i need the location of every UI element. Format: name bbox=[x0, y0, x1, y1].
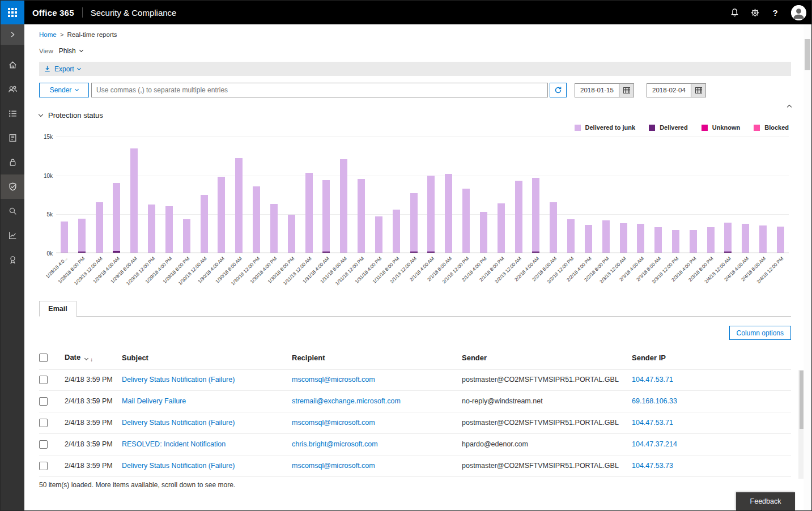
bar-2[interactable]: 1/29/18 12:00 AM bbox=[96, 137, 103, 253]
table-row[interactable]: 2/4/18 3:59 PM Delivery Status Notificat… bbox=[39, 412, 791, 433]
bar-14[interactable]: 1/31/18 12:00 AM bbox=[305, 137, 313, 253]
end-date-input[interactable] bbox=[647, 83, 691, 97]
bar-6[interactable]: 1/29/18 4:00 PM bbox=[165, 137, 173, 253]
sidebar-item-data-loss-prevention[interactable] bbox=[1, 150, 24, 174]
column-header-sender-ip[interactable]: Sender IP bbox=[632, 347, 791, 369]
recipient-link[interactable]: mscomsql@microsoft.com bbox=[292, 419, 375, 427]
bar-8[interactable]: 1/30/18 12:00 AM bbox=[201, 137, 208, 253]
recipient-link[interactable]: chris.bright@microsoft.com bbox=[292, 440, 378, 448]
start-date-calendar-button[interactable] bbox=[619, 83, 634, 97]
sidebar-item-threat-management[interactable] bbox=[1, 174, 24, 199]
table-row[interactable]: 2/4/18 3:59 PM Delivery Status Notificat… bbox=[39, 455, 791, 476]
bar-5[interactable]: 1/29/18 12:00 PM bbox=[148, 137, 155, 253]
bar-23[interactable]: 2/1/18 12:00 PM bbox=[462, 137, 470, 253]
bar-30[interactable]: 2/2/18 4:00 PM bbox=[585, 137, 592, 253]
sidebar-item-classifications[interactable] bbox=[1, 101, 24, 126]
sender-ip-link[interactable]: 69.168.106.33 bbox=[632, 397, 677, 405]
notifications-button[interactable] bbox=[724, 1, 745, 24]
bar-12[interactable]: 1/30/18 4:00 PM bbox=[270, 137, 278, 253]
subject-link[interactable]: Mail Delivery Failure bbox=[122, 397, 186, 405]
recipient-link[interactable]: mscomsql@microsoft.com bbox=[292, 462, 375, 470]
sidebar-expand-button[interactable] bbox=[1, 24, 24, 45]
bar-29[interactable]: 2/2/18 12:00 PM bbox=[567, 137, 575, 253]
end-date-calendar-button[interactable] bbox=[691, 83, 706, 97]
sidebar-item-search-investigation[interactable] bbox=[1, 199, 24, 223]
bar-13[interactable]: 1/30/18 8:00 PM bbox=[288, 137, 295, 253]
row-checkbox[interactable] bbox=[39, 462, 48, 470]
bar-36[interactable]: 2/3/18 4:00 PM bbox=[690, 137, 697, 253]
bar-15[interactable]: 1/31/18 4:00 AM bbox=[322, 137, 330, 253]
bar-3[interactable]: 1/29/18 4:00 AM bbox=[113, 137, 120, 253]
subject-link[interactable]: Delivery Status Notification (Failure) bbox=[122, 462, 235, 470]
bar-27[interactable]: 2/2/18 4:00 AM bbox=[532, 137, 539, 253]
settings-button[interactable] bbox=[745, 1, 765, 24]
column-header-date[interactable]: Date↓ bbox=[65, 347, 122, 369]
bar-35[interactable]: 2/3/18 12:00 PM bbox=[672, 137, 679, 253]
column-header-recipient[interactable]: Recipient bbox=[292, 347, 462, 369]
bar-19[interactable]: 1/31/18 8:00 PM bbox=[393, 137, 400, 253]
bar-16[interactable]: 1/31/18 8:00 AM bbox=[340, 137, 347, 253]
recipient-link[interactable]: mscomsql@microsoft.com bbox=[292, 376, 375, 384]
bar-17[interactable]: 1/31/18 12:00 PM bbox=[358, 137, 365, 253]
bar-32[interactable]: 2/3/18 12:00 AM bbox=[620, 137, 627, 253]
bar-0[interactable]: 1/28/18 4:0... bbox=[61, 137, 68, 253]
select-all-checkbox[interactable] bbox=[39, 354, 48, 362]
sender-ip-link[interactable]: 104.47.53.71 bbox=[632, 419, 673, 427]
subject-link[interactable]: RESOLVED: Incident Notification bbox=[122, 440, 226, 448]
bar-18[interactable]: 1/31/18 4:00 PM bbox=[375, 137, 382, 253]
bar-20[interactable]: 2/1/18 12:00 AM bbox=[410, 137, 418, 253]
column-header-subject[interactable]: Subject bbox=[122, 347, 292, 369]
column-header-sender[interactable]: Sender bbox=[462, 347, 632, 369]
bar-33[interactable]: 2/3/18 4:00 AM bbox=[637, 137, 644, 253]
bar-9[interactable]: 1/30/18 4:00 AM bbox=[218, 137, 225, 253]
recipient-link[interactable]: stremail@exchange.microsoft.com bbox=[292, 397, 401, 405]
tab-email[interactable]: Email bbox=[39, 301, 76, 317]
sidebar-item-data-governance[interactable] bbox=[1, 126, 24, 150]
filter-value-input[interactable] bbox=[91, 83, 548, 97]
row-checkbox[interactable] bbox=[39, 397, 48, 406]
bar-31[interactable]: 2/2/18 8:00 PM bbox=[602, 137, 610, 253]
bar-39[interactable]: 2/4/18 4:00 AM bbox=[742, 137, 749, 253]
bar-10[interactable]: 1/30/18 8:00 AM bbox=[235, 137, 243, 253]
section-title[interactable]: Protection status bbox=[48, 111, 103, 120]
column-options-button[interactable]: Column options bbox=[729, 326, 791, 340]
view-dropdown[interactable]: Phish bbox=[59, 47, 83, 55]
help-button[interactable]: ? bbox=[765, 1, 785, 24]
sidebar-item-home[interactable] bbox=[1, 53, 24, 77]
row-checkbox[interactable] bbox=[39, 376, 48, 384]
subject-link[interactable]: Delivery Status Notification (Failure) bbox=[122, 419, 235, 427]
row-checkbox[interactable] bbox=[39, 419, 48, 427]
app-launcher-button[interactable] bbox=[1, 1, 24, 24]
bar-4[interactable]: 1/29/18 8:00 AM bbox=[130, 137, 138, 253]
table-row[interactable]: 2/4/18 3:59 PM Delivery Status Notificat… bbox=[39, 369, 791, 390]
bar-11[interactable]: 1/30/18 12:00 PM bbox=[253, 137, 260, 253]
feedback-button[interactable]: Feedback bbox=[736, 492, 795, 510]
bar-1[interactable]: 1/28/18 8:00 PM bbox=[78, 137, 86, 253]
table-row[interactable]: 2/4/18 3:59 PM Mail Delivery Failure str… bbox=[39, 390, 791, 412]
refresh-button[interactable] bbox=[550, 83, 567, 97]
filter-field-dropdown[interactable]: Sender bbox=[39, 83, 89, 97]
page-scrollbar-thumb[interactable] bbox=[805, 39, 810, 70]
row-checkbox[interactable] bbox=[39, 440, 48, 449]
export-button[interactable]: Export bbox=[44, 65, 80, 73]
bar-21[interactable]: 2/1/18 4:00 AM bbox=[427, 137, 435, 253]
collapse-section-button[interactable] bbox=[788, 102, 791, 110]
bar-22[interactable]: 2/1/18 8:00 AM bbox=[445, 137, 452, 253]
sender-ip-link[interactable]: 104.47.53.73 bbox=[632, 462, 673, 470]
bar-25[interactable]: 2/1/18 8:00 PM bbox=[498, 137, 505, 253]
brand-title[interactable]: Office 365 bbox=[32, 8, 74, 18]
bar-28[interactable]: 2/2/18 8:00 AM bbox=[550, 137, 557, 253]
bar-37[interactable]: 2/3/18 8:00 PM bbox=[707, 137, 715, 253]
bar-40[interactable]: 2/4/18 8:00 AM bbox=[759, 137, 767, 253]
bar-7[interactable]: 1/29/18 8:00 PM bbox=[183, 137, 190, 253]
sender-ip-link[interactable]: 104.47.37.214 bbox=[632, 440, 677, 448]
start-date-input[interactable] bbox=[575, 83, 619, 97]
subject-link[interactable]: Delivery Status Notification (Failure) bbox=[122, 376, 235, 384]
bar-34[interactable]: 2/3/18 8:00 AM bbox=[654, 137, 662, 253]
bar-38[interactable]: 2/4/18 12:00 AM bbox=[724, 137, 732, 253]
sidebar-item-permissions[interactable] bbox=[1, 77, 24, 101]
bar-26[interactable]: 2/2/18 12:00 AM bbox=[515, 137, 522, 253]
account-button[interactable] bbox=[785, 1, 811, 24]
sidebar-item-service-assurance[interactable] bbox=[1, 248, 24, 272]
page-scrollbar[interactable] bbox=[804, 24, 811, 510]
